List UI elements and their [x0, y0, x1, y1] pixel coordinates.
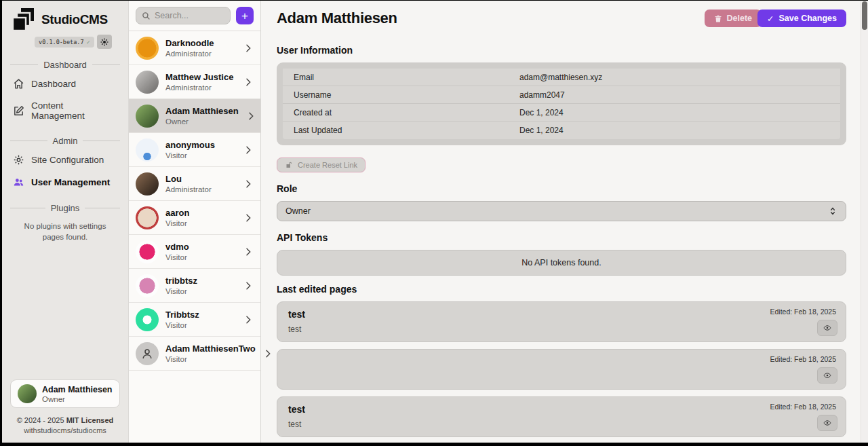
add-user-button[interactable]: +	[236, 7, 254, 24]
user-name: anonymous	[165, 140, 215, 150]
main-scrollbar[interactable]	[861, 1, 868, 443]
chevron-right-icon	[243, 179, 254, 189]
user-list-item[interactable]: Adam MatthiesenTwo Visitor	[129, 337, 260, 371]
info-row: Last Updated Dec 1, 2024	[283, 122, 840, 139]
sidebar-item-content-management[interactable]: Content Management	[9, 95, 121, 126]
license-text: MIT Licensed	[66, 416, 114, 424]
main-header: Adam Matthiesen Delete ✓ Save Changes	[277, 10, 846, 27]
user-role: Visitor	[165, 321, 199, 329]
sidebar-item-label: Dashboard	[31, 79, 76, 89]
repo-link[interactable]: withstudiocms/studiocms	[9, 426, 121, 434]
sidebar-item-label: User Management	[31, 177, 110, 187]
view-page-button[interactable]	[817, 320, 837, 336]
chevron-right-icon	[243, 246, 254, 257]
user-list-item[interactable]: aaron Visitor	[129, 201, 260, 235]
current-user-card[interactable]: Adam Matthiesen Owner	[10, 379, 120, 408]
user-name: Matthew Justice	[165, 72, 233, 82]
brand-title: StudioCMS	[41, 12, 108, 27]
version-badge: v0.1.0-beta.7 ✓	[35, 37, 94, 48]
home-icon	[13, 78, 24, 90]
user-role: Administrator	[165, 50, 214, 58]
user-list-item[interactable]: Lou Administrator	[129, 167, 260, 201]
user-name: Lou	[165, 174, 212, 184]
avatar	[136, 105, 159, 128]
user-list-header: +	[129, 1, 260, 31]
view-page-button[interactable]	[817, 415, 837, 431]
avatar	[136, 342, 159, 365]
user-name: Tribbtsz	[165, 310, 199, 320]
chevron-up-down-icon	[828, 206, 837, 216]
user-name: tribbtsz	[165, 276, 197, 286]
scrollbar-thumb[interactable]	[862, 1, 867, 30]
info-label: Last Updated	[294, 126, 519, 135]
main-content: Adam Matthiesen Delete ✓ Save Changes Us…	[261, 1, 868, 443]
info-label: Created at	[294, 108, 519, 117]
info-row: Created at Dec 1, 2024	[283, 104, 840, 122]
user-list-item[interactable]: Matthew Justice Administrator	[129, 65, 260, 99]
user-list-item[interactable]: vdmo Visitor	[129, 235, 260, 269]
brand: StudioCMS	[9, 7, 121, 32]
gear-icon	[13, 154, 24, 166]
avatar	[136, 206, 159, 229]
theme-toggle-button[interactable]	[97, 35, 112, 49]
sidebar-item-user-management[interactable]: User Management	[9, 171, 121, 193]
page-card: test test Edited: Feb 18, 2025	[277, 396, 846, 437]
avatar	[136, 274, 159, 297]
avatar	[136, 71, 159, 94]
user-role: Visitor	[165, 355, 256, 363]
api-tokens-card: No API tokens found.	[277, 250, 846, 276]
info-row: Username adamm2047	[283, 86, 840, 104]
eye-icon	[823, 419, 832, 427]
user-role: Administrator	[165, 185, 212, 193]
user-name: Darknoodle	[165, 38, 214, 48]
plugins-empty-message: No plugins with settings pages found.	[14, 221, 116, 242]
section-label-plugins: Plugins	[10, 203, 120, 213]
version-check-icon: ✓	[87, 39, 90, 45]
user-list-item[interactable]: Tribbtsz Visitor	[129, 303, 260, 337]
avatar	[136, 172, 159, 196]
user-role: Visitor	[165, 287, 197, 295]
sidebar-item-label: Site Configuration	[31, 155, 104, 165]
user-information-card: Email adam@matthiesen.xyz Username adamm…	[277, 62, 846, 145]
info-value: adamm2047	[519, 90, 829, 100]
avatar	[18, 384, 37, 403]
chevron-right-icon	[243, 43, 254, 54]
chevron-right-icon	[243, 280, 254, 291]
edit-icon	[13, 105, 24, 117]
search-input[interactable]	[155, 11, 224, 20]
chevron-right-icon	[243, 212, 254, 223]
info-label: Email	[294, 73, 519, 82]
user-name: Adam Matthiesen	[165, 106, 239, 116]
chevron-right-icon	[243, 314, 254, 325]
save-button[interactable]: ✓ Save Changes	[757, 10, 846, 27]
page-title: Adam Matthiesen	[277, 10, 397, 27]
delete-button[interactable]: Delete	[705, 10, 762, 27]
last-edited-pages-list: test test Edited: Feb 18, 2025	[277, 301, 846, 443]
role-select[interactable]: Owner	[277, 201, 846, 221]
user-list-item[interactable]: tribbtsz Visitor	[129, 269, 260, 303]
current-user-name: Adam Matthiesen	[42, 385, 113, 394]
page-title-text: test	[288, 309, 835, 320]
user-role: Visitor	[165, 253, 189, 261]
page-edited-label: Edited: Feb 18, 2025	[770, 403, 837, 411]
unlock-icon	[285, 161, 293, 169]
sidebar-item-dashboard[interactable]: Dashboard	[9, 73, 121, 95]
page-description: test	[288, 420, 835, 429]
chevron-right-icon	[243, 145, 254, 155]
user-role: Administrator	[165, 83, 233, 92]
sidebar-item-site-configuration[interactable]: Site Configuration	[9, 149, 121, 171]
view-page-button[interactable]	[817, 367, 837, 384]
user-name: Adam MatthiesenTwo	[165, 343, 256, 354]
info-value: Dec 1, 2024	[519, 108, 829, 117]
section-label-dashboard: Dashboard	[10, 60, 120, 70]
user-list-item[interactable]: Adam Matthiesen Owner	[129, 99, 260, 133]
user-list-item[interactable]: anonymous Visitor	[129, 133, 260, 167]
page-edited-label: Edited: Feb 18, 2025	[770, 308, 837, 316]
role-selected-value: Owner	[285, 206, 311, 216]
last-edited-pages-heading: Last edited pages	[277, 284, 846, 295]
create-reset-link-button[interactable]: Create Reset Link	[277, 157, 366, 172]
user-list-item[interactable]: Darknoodle Administrator	[129, 31, 260, 65]
page-title-text: test	[288, 404, 835, 415]
search-box[interactable]	[136, 7, 231, 24]
section-label-admin: Admin	[10, 136, 120, 146]
